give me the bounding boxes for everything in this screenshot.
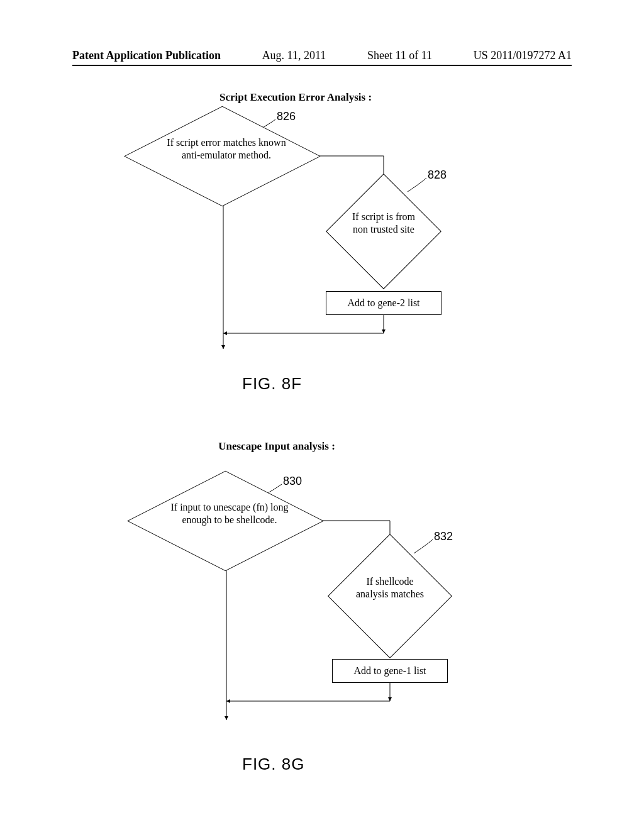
refnum-826: 826: [277, 110, 296, 123]
header-left: Patent Application Publication: [72, 49, 221, 62]
decision-832-text: If shellcode analysis matches: [352, 575, 428, 600]
action-add-gene2-text: Add to gene-2 list: [347, 297, 419, 309]
figure-label-8f: FIG. 8F: [242, 374, 302, 394]
header-pubno: US 2011/0197272 A1: [474, 49, 572, 62]
action-add-gene1: Add to gene-1 list: [332, 659, 448, 683]
page-header: Patent Application Publication Aug. 11, …: [72, 49, 572, 66]
section-title-8g: Unescape Input analysis :: [189, 440, 365, 453]
flowchart-8f: If script error matches known anti-emula…: [126, 110, 503, 380]
refnum-828: 828: [428, 169, 447, 182]
action-add-gene2: Add to gene-2 list: [326, 291, 441, 315]
header-date: Aug. 11, 2011: [262, 49, 326, 62]
refnum-832: 832: [434, 530, 453, 543]
refnum-830: 830: [283, 475, 302, 488]
decision-828-text: If script is from non trusted site: [346, 211, 421, 236]
section-title-8f: Script Execution Error Analysis :: [195, 91, 396, 104]
figure-label-8g: FIG. 8G: [242, 755, 304, 774]
decision-826-text: If script error matches known anti-emula…: [164, 136, 289, 162]
header-sheet: Sheet 11 of 11: [367, 49, 432, 62]
decision-830-text: If input to unescape (fn) long enough to…: [164, 501, 296, 526]
flowchart-8g: If input to unescape (fn) long enough to…: [126, 475, 503, 745]
action-add-gene1-text: Add to gene-1 list: [353, 665, 426, 677]
